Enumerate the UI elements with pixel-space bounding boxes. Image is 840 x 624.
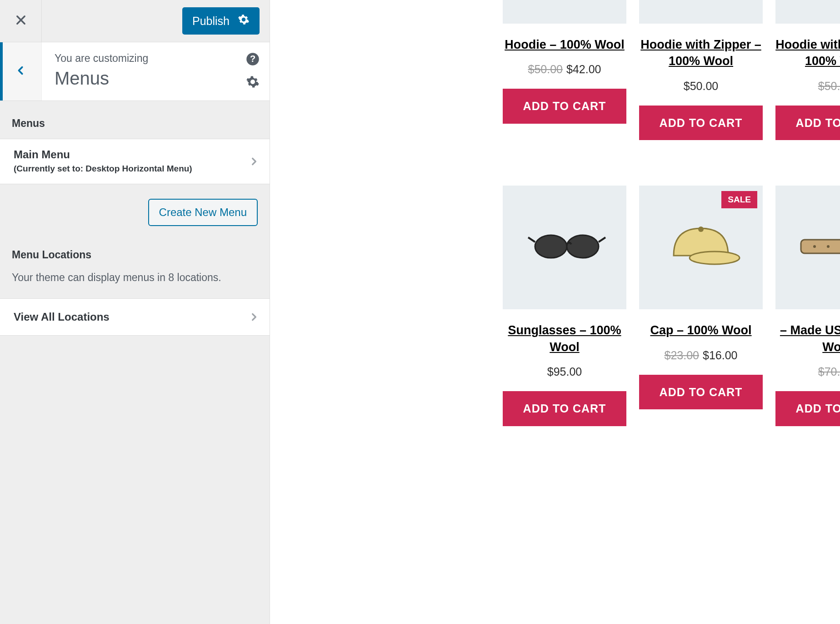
menu-locations-description: Your theme can display menus in 8 locati…	[0, 270, 270, 298]
site-preview: Hoodie – 100% Wool $50.00$42.00 ADD TO C…	[271, 0, 840, 624]
product-image[interactable]	[775, 186, 840, 309]
old-price: $70.00	[818, 365, 840, 378]
gear-icon	[238, 14, 250, 28]
create-new-menu-button[interactable]: Create New Menu	[148, 199, 258, 226]
belt-icon	[792, 201, 840, 294]
chevron-right-icon	[250, 311, 259, 323]
add-to-cart-button[interactable]: ADD TO CART	[775, 106, 840, 141]
svg-point-16	[827, 245, 830, 248]
back-button[interactable]	[0, 42, 42, 101]
product-title[interactable]: Hoodie with Pocket – 100% Wool	[775, 36, 840, 70]
price: $50.00	[684, 80, 718, 92]
product-card: Sunglasses – 100% Wool $95.00 ADD TO CAR…	[503, 186, 626, 426]
gear-icon[interactable]	[246, 75, 260, 89]
svg-line-9	[528, 237, 535, 242]
product-price: $50.00$42.00	[528, 63, 601, 76]
product-card: – Made USAB 100% Wool $70.00 ADD TO CART	[775, 186, 840, 426]
product-grid: Hoodie – 100% Wool $50.00$42.00 ADD TO C…	[503, 0, 840, 426]
product-price: $50.00	[818, 80, 840, 93]
product-title[interactable]: Hoodie with Zipper – 100% Wool	[639, 36, 763, 70]
svg-point-12	[698, 226, 704, 232]
view-all-locations-label: View All Locations	[14, 311, 258, 323]
product-title[interactable]: Cap – 100% Wool	[650, 322, 751, 338]
product-card: Hoodie – 100% Wool $50.00$42.00 ADD TO C…	[503, 0, 626, 140]
hoodie-icon	[519, 0, 610, 8]
old-price: $50.00	[528, 63, 563, 75]
close-button[interactable]	[0, 0, 42, 42]
svg-point-7	[535, 235, 567, 258]
old-price: $50.00	[818, 80, 840, 92]
product-title[interactable]: Hoodie – 100% Wool	[505, 36, 625, 53]
product-price: $23.00$16.00	[665, 349, 738, 362]
hoodie-zipper-icon	[655, 0, 746, 8]
menu-locations-heading: Menu Locations	[0, 244, 270, 270]
product-title[interactable]: Sunglasses – 100% Wool	[503, 322, 626, 355]
menu-item-title: Main Menu	[14, 148, 258, 161]
product-title[interactable]: – Made USAB 100% Wool	[775, 322, 840, 355]
chevron-left-icon	[16, 64, 26, 79]
chevron-right-icon	[250, 155, 259, 168]
add-to-cart-button[interactable]: ADD TO CART	[503, 391, 626, 426]
customizer-topbar: Publish	[0, 0, 270, 42]
close-icon	[15, 14, 27, 28]
publish-button[interactable]: Publish	[182, 7, 260, 35]
customizer-sidebar: Publish You are customizing Menus ?	[0, 0, 270, 624]
sale-badge: SALE	[721, 191, 757, 208]
sunglasses-icon	[519, 201, 610, 294]
product-image[interactable]: SALE	[639, 186, 763, 309]
svg-point-8	[567, 235, 599, 258]
svg-line-10	[599, 237, 605, 242]
product-image[interactable]	[503, 0, 626, 24]
svg-point-15	[813, 245, 816, 248]
add-to-cart-button[interactable]: ADD TO CART	[639, 375, 763, 410]
product-image[interactable]	[639, 0, 763, 24]
hoodie-pocket-icon	[792, 0, 840, 8]
add-to-cart-button[interactable]: ADD TO CART	[775, 391, 840, 426]
publish-label: Publish	[192, 15, 230, 28]
product-price: $50.00	[684, 80, 718, 93]
menu-item-main-menu[interactable]: Main Menu (Currently set to: Desktop Hor…	[0, 139, 270, 184]
product-image[interactable]	[503, 186, 626, 309]
old-price: $23.00	[665, 349, 699, 362]
product-card: Hoodie with Zipper – 100% Wool $50.00 AD…	[639, 0, 763, 140]
product-price: $95.00	[547, 365, 582, 378]
product-card: Hoodie with Pocket – 100% Wool $50.00 AD…	[775, 0, 840, 140]
section-header: You are customizing Menus ?	[0, 42, 270, 101]
product-image[interactable]	[775, 0, 840, 24]
add-to-cart-button[interactable]: ADD TO CART	[639, 106, 763, 141]
menus-heading: Menus	[0, 101, 270, 139]
section-title: Menus	[55, 68, 259, 89]
svg-point-11	[690, 252, 740, 264]
svg-rect-13	[801, 240, 840, 253]
view-all-locations-row[interactable]: View All Locations	[0, 298, 270, 336]
product-price: $70.00	[818, 365, 840, 378]
add-to-cart-button[interactable]: ADD TO CART	[503, 89, 626, 124]
price: $95.00	[547, 365, 582, 378]
price: $16.00	[703, 349, 737, 362]
product-card: SALE Cap – 100% Wool $23.00$16.00 ADD TO…	[639, 186, 763, 426]
cap-icon	[655, 201, 746, 294]
svg-text:?: ?	[250, 54, 255, 64]
menu-item-subtitle: (Currently set to: Desktop Horizontal Me…	[14, 164, 258, 174]
customizing-label: You are customizing	[55, 52, 259, 65]
help-icon[interactable]: ?	[246, 52, 260, 66]
price: $42.00	[566, 63, 601, 75]
